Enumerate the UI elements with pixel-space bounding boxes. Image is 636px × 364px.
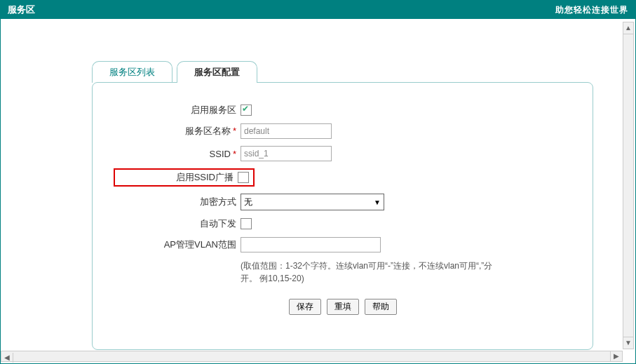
vertical-scrollbar[interactable]: ▲ ▼ [623, 22, 634, 349]
header-slogan: 助您轻松连接世界 [555, 4, 628, 16]
app-window: 服务区 助您轻松连接世界 ▲ ▼ ◀ ▶ 服务区列表 服务区配置 启用服务区 服… [0, 0, 636, 364]
refill-button[interactable]: 重填 [327, 299, 359, 315]
label-ap-vlan-range: AP管理VLAN范围 [114, 238, 241, 251]
highlight-ssid-broadcast: 启用SSID广播 [114, 168, 255, 187]
label-enable-zone: 启用服务区 [114, 104, 241, 116]
header-bar: 服务区 助您轻松连接世界 [1, 1, 635, 19]
button-row: 保存 重填 帮助 [114, 299, 571, 315]
help-button[interactable]: 帮助 [365, 299, 397, 315]
checkbox-auto-push[interactable] [241, 218, 252, 229]
input-ssid[interactable] [241, 146, 332, 161]
input-zone-name[interactable] [241, 123, 332, 139]
tab-row: 服务区列表 服务区配置 [92, 61, 593, 83]
label-zone-name: 服务区名称* [114, 125, 241, 137]
select-encryption[interactable]: 无 ▼ [241, 194, 384, 210]
label-auto-push: 自动下发 [114, 217, 241, 230]
checkbox-enable-zone[interactable] [241, 105, 252, 116]
page-title: 服务区 [8, 4, 35, 16]
input-ap-vlan-range[interactable] [241, 237, 381, 252]
scroll-down-arrow-icon[interactable]: ▼ [623, 337, 633, 349]
label-enable-ssid-broadcast: 启用SSID广播 [115, 171, 238, 184]
scroll-up-arrow-icon[interactable]: ▲ [623, 22, 633, 34]
tabs-container: 服务区列表 服务区配置 启用服务区 服务区名称* SSID* [92, 61, 593, 350]
chevron-down-icon: ▼ [374, 198, 381, 206]
config-panel: 启用服务区 服务区名称* SSID* 启用SSID广播 [92, 82, 593, 350]
scroll-left-arrow-icon[interactable]: ◀ [1, 353, 13, 363]
save-button[interactable]: 保存 [289, 299, 321, 315]
tab-service-zone-config[interactable]: 服务区配置 [177, 61, 257, 83]
label-encryption: 加密方式 [114, 196, 241, 208]
tab-service-zone-list[interactable]: 服务区列表 [92, 61, 172, 83]
label-ssid: SSID* [114, 149, 241, 159]
checkbox-enable-ssid-broadcast[interactable] [238, 172, 249, 183]
required-asterisk: * [233, 126, 236, 136]
horizontal-scrollbar[interactable]: ◀ ▶ [1, 351, 623, 362]
required-asterisk: * [233, 149, 236, 159]
hint-ap-vlan: (取值范围：1-32个字符。连续vlan可用“-”连接，不连续vlan可用“,”… [241, 259, 493, 285]
select-encryption-value: 无 [244, 196, 252, 208]
content-area: ▲ ▼ ◀ ▶ 服务区列表 服务区配置 启用服务区 服务区名称* [1, 19, 635, 363]
scroll-right-arrow-icon[interactable]: ▶ [610, 351, 622, 361]
